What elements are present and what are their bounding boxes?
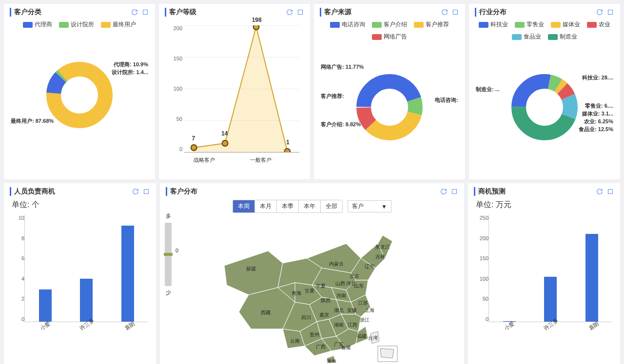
- legend: 电话咨询 客户介绍 客户推荐 网络广告: [320, 20, 459, 41]
- svg-text:河南: 河南: [336, 293, 346, 298]
- slice-label: 农业: 6.25%: [584, 118, 613, 125]
- svg-text:陕西: 陕西: [321, 298, 331, 303]
- maximize-icon[interactable]: [606, 188, 614, 195]
- legend-item[interactable]: 设计院所: [59, 20, 94, 29]
- slice-label: 零售业: 6....: [585, 102, 613, 110]
- svg-rect-0: [143, 10, 148, 15]
- bar[interactable]: [80, 279, 93, 322]
- tab-year[interactable]: 本年: [299, 200, 321, 212]
- maximize-icon[interactable]: [141, 8, 149, 16]
- svg-rect-22: [452, 190, 457, 194]
- legend-item[interactable]: 食品业: [512, 33, 541, 41]
- slice-label: 客户推荐:: [321, 93, 344, 100]
- bar[interactable]: [39, 289, 52, 322]
- svg-text:湖南: 湖南: [334, 322, 344, 327]
- legend-item[interactable]: 代理商: [23, 20, 52, 29]
- time-range-tabs: 本周 本月 本季 本年 全部: [233, 200, 343, 213]
- card-title: 客户分类: [10, 8, 41, 17]
- bar[interactable]: [585, 234, 598, 322]
- svg-text:云南: 云南: [290, 338, 300, 344]
- svg-rect-14: [608, 10, 613, 15]
- maximize-icon[interactable]: [606, 8, 614, 16]
- tab-month[interactable]: 本月: [255, 200, 277, 212]
- card-title: 客户来源: [320, 8, 351, 17]
- tab-quarter[interactable]: 本季: [277, 200, 299, 212]
- svg-text:吉林: 吉林: [375, 254, 385, 259]
- maximize-icon[interactable]: [451, 8, 459, 16]
- legend-item[interactable]: 零售业: [515, 20, 544, 29]
- bar[interactable]: [121, 226, 134, 322]
- refresh-icon[interactable]: [131, 8, 138, 16]
- refresh-icon[interactable]: [596, 188, 604, 195]
- svg-text:南海诸岛: 南海诸岛: [378, 363, 398, 363]
- svg-text:香港: 香港: [341, 345, 351, 350]
- card-customer-level: 客户等级 200 150 100 50 0: [159, 4, 310, 179]
- svg-text:甘肃: 甘肃: [305, 288, 314, 293]
- entity-select[interactable]: 客户 ▼: [348, 200, 391, 212]
- card-personnel: 人员负责商机 单位: 个 10 8 6 4 2 0 小爱: [4, 183, 156, 364]
- legend-item[interactable]: 农业: [587, 20, 610, 29]
- svg-text:辽宁: 辽宁: [365, 264, 374, 269]
- legend: 代理商 设计院所 最终用户: [10, 20, 149, 29]
- svg-text:山东: 山东: [354, 283, 364, 288]
- slice-label: 设计院所: 1.4...: [112, 69, 148, 76]
- svg-rect-4: [298, 10, 303, 15]
- svg-text:内蒙古: 内蒙古: [329, 261, 344, 267]
- chevron-down-icon: ▼: [381, 203, 387, 210]
- maximize-icon[interactable]: [450, 188, 458, 195]
- refresh-icon[interactable]: [286, 8, 293, 16]
- svg-text:海南: 海南: [327, 359, 336, 363]
- card-customer-source: 客户来源 电话咨询 客户介绍 客户推荐 网络广告 网络广告: 11.77% 客户…: [314, 4, 465, 179]
- svg-text:福建: 福建: [357, 333, 367, 339]
- svg-text:台湾: 台湾: [368, 335, 378, 341]
- china-map[interactable]: 新疆 西藏 青海 甘肃 内蒙古 黑龙江 吉林 辽宁 北京 河北 山西 山东 宁夏…: [210, 217, 414, 363]
- svg-text:新疆: 新疆: [246, 266, 256, 271]
- svg-text:黑龙江: 黑龙江: [375, 244, 390, 249]
- line-chart: 200 150 100 50 0: [165, 20, 304, 167]
- slice-label: 媒体业: 3.1...: [582, 110, 613, 117]
- refresh-icon[interactable]: [596, 8, 604, 16]
- legend-item[interactable]: 客户介绍: [372, 20, 407, 29]
- density-slider[interactable]: 多 0 少: [165, 212, 172, 296]
- svg-rect-21: [144, 190, 149, 194]
- svg-text:山西: 山西: [335, 281, 345, 286]
- slice-label: 代理商: 10.9%: [114, 61, 148, 68]
- y-axis-unit: 单位: 万元: [476, 200, 614, 210]
- card-distribution: 客户分布 本周 本月 本季 本年 全部 客户 ▼ 多 0 少: [160, 183, 464, 364]
- donut-chart: [45, 61, 114, 129]
- svg-text:贵州: 贵州: [310, 332, 319, 337]
- legend-item[interactable]: 网络广告: [372, 33, 407, 41]
- refresh-icon[interactable]: [441, 8, 448, 16]
- svg-text:重庆: 重庆: [319, 312, 329, 318]
- maximize-icon[interactable]: [296, 8, 304, 16]
- svg-text:浙江: 浙江: [360, 317, 370, 323]
- svg-text:四川: 四川: [301, 315, 311, 320]
- legend-item[interactable]: 媒体业: [551, 20, 580, 29]
- legend: 科技业 零售业 媒体业 农业 食品业 制造业: [475, 20, 614, 41]
- svg-text:安徽: 安徽: [347, 307, 357, 313]
- legend-item[interactable]: 电话咨询: [330, 20, 365, 29]
- bar-chart: 10 8 6 4 2 0 小爱 许三多 袁朗: [10, 215, 150, 337]
- legend-item[interactable]: 最终用户: [101, 20, 136, 29]
- legend-item[interactable]: 客户推荐: [414, 20, 449, 29]
- svg-text:广西: 广西: [316, 344, 326, 349]
- svg-rect-9: [453, 10, 458, 15]
- card-title: 人员负责商机: [10, 187, 55, 196]
- donut-chart: [355, 73, 424, 141]
- slice-label: 食品业: 12.5%: [579, 126, 613, 133]
- y-axis-unit: 单位: 个: [12, 200, 150, 210]
- refresh-icon[interactable]: [132, 188, 139, 195]
- tab-all[interactable]: 全部: [321, 200, 342, 212]
- card-customer-classification: 客户分类 代理商 设计院所 最终用户 代理商: 10.9% 设计院所: 1.4.…: [4, 4, 155, 179]
- legend-item[interactable]: 科技业: [479, 20, 508, 29]
- legend-item[interactable]: 制造业: [548, 33, 577, 41]
- card-title: 商机预测: [474, 187, 506, 196]
- svg-text:宁夏: 宁夏: [316, 283, 326, 288]
- card-title: 客户分布: [166, 187, 197, 196]
- maximize-icon[interactable]: [142, 188, 150, 195]
- tab-week[interactable]: 本周: [233, 200, 255, 212]
- card-title: 行业分布: [475, 8, 507, 17]
- bar[interactable]: [544, 277, 557, 322]
- slice-label: 网络广告: 11.77%: [321, 63, 364, 71]
- refresh-icon[interactable]: [440, 188, 448, 195]
